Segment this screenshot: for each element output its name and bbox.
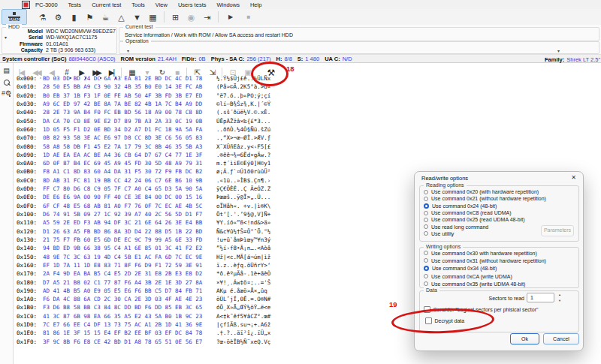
hex-row[interactable]: 0x0B0:F8 A1 C1 8D 83 60 A4 DA 31 F5 30 7… (14, 167, 337, 176)
radio-icon[interactable] (424, 274, 428, 278)
radio-option-use-command-0x21-without-hardware-repeti[interactable]: Use command 0x21 (without hardware repet… (420, 195, 578, 202)
close-icon[interactable]: ✕ (571, 174, 576, 181)
hex-row[interactable]: 0x050:DA CA 70 C0 8E 9E E2 D7 89 7B A3 2… (14, 117, 337, 125)
hex-row[interactable]: 0x0A0:6D 0F 87 B4 EC 69 45 A9 45 FD 30 5… (14, 159, 337, 167)
hex-row[interactable]: 0x030:A9 6C ED 97 42 BE 8A 7A BE 82 4B 1… (14, 100, 337, 108)
hex-row[interactable]: 0x120:D1 26 63 A5 FB BD 86 8A 3D D4 22 8… (14, 227, 337, 236)
diagnostics-icon[interactable]: ⚗ (35, 11, 50, 24)
menu-tools[interactable]: Tools (126, 2, 150, 8)
sectors-to-read-input[interactable]: 1 (527, 293, 554, 302)
hex-row[interactable]: 0x160:EF 1D 7A 11 1D E8 83 71 8F F6 D9 F… (14, 261, 337, 269)
filter-icon[interactable]: ▼ (129, 11, 145, 24)
menu-current-test[interactable]: Current test (86, 2, 126, 8)
radio-option-use-command-0x25-read-udma-48-bit-[interactable]: Use command 0x25 (read UDMA 48-bit) (420, 216, 578, 223)
radio-icon[interactable] (424, 190, 428, 194)
radio-option-use-command-0x31-without-hardware-repeti[interactable]: Use command 0x31 (without hardware repet… (420, 257, 578, 264)
radio-selected-icon[interactable] (424, 266, 429, 271)
radio-option-use-command-0x24-48-bit-[interactable]: Use command 0x24 (48-bit) (420, 203, 578, 209)
hex-row[interactable]: 0x1F0:3F 9C 8B F6 E8 CE 42 BD D1 A8 78 6… (14, 338, 337, 346)
hex-row[interactable]: 0x060:1D 05 F5 F1 D2 0E BD 34 D2 A7 D1 F… (14, 125, 337, 134)
radio-option-use-command-0xca-write-udma-[interactable]: Use command 0xCA (write UDMA) (420, 272, 578, 280)
ok-button[interactable]: Ok (510, 333, 539, 344)
stop-icon[interactable]: ■ (240, 11, 258, 24)
radio-option-use-command-0x35-write-udma-48-bit-[interactable]: Use command 0x35 (write UDMA 48-bit) (420, 280, 578, 287)
radio-option-label: Use command 0x25 (read UDMA 48-bit) (431, 217, 525, 222)
utility-settings-icon[interactable]: ⚙ (50, 11, 66, 24)
radio-icon[interactable] (424, 224, 428, 229)
menu-windows[interactable]: Windows (211, 2, 244, 8)
goto-sector-icon[interactable]: #⚙ (0, 89, 13, 97)
data-group-label: Data (424, 287, 439, 293)
radio-option-use-command-0x30-with-hardware-repetitio[interactable]: Use command 0x30 with hardware repetitio… (420, 249, 578, 257)
hex-row[interactable]: 0x170:2A F4 9D EA BA B5 C4 E5 2D 2E 31 E… (14, 269, 337, 278)
status-label: S: (297, 56, 304, 62)
hex-row[interactable]: 0x090:1D AE EA EA AC BE A4 36 CB 64 D7 6… (14, 151, 337, 159)
oscilloscope-icon[interactable]: △ (113, 11, 129, 24)
hex-row[interactable]: 0x1A0:F6 DA 4C 88 6A CD 2C 30 CA 2E 3D 0… (14, 295, 337, 303)
hex-dump[interactable]: 0x000:BD 03 DD BD 24 DC 6A A3 EA 81 2E B… (14, 74, 337, 346)
hex-row[interactable]: 0x100:D6 74 91 5B 09 27 1C 92 39 A7 40 2… (14, 210, 337, 218)
operation-dropdown-right-icon[interactable]: ▾ (557, 48, 560, 53)
radio-option-use-command-0x20-with-hardware-repetitio[interactable]: Use command 0x20 (with hardware repetiti… (420, 188, 578, 195)
parameters-button[interactable]: Parameters (541, 225, 574, 236)
hex-row[interactable]: 0x1C0:41 3C 87 6B 98 EA 66 35 A5 E2 43 5… (14, 312, 337, 320)
radio-icon[interactable] (424, 251, 428, 255)
menu-help[interactable]: Help (245, 2, 267, 8)
hex-row[interactable]: 0x010:28 50 E5 BB A9 C3 90 32 4B 35 B0 E… (14, 83, 337, 91)
hex-row[interactable]: 0x080:58 A8 58 DB F1 45 E2 7A 17 79 3C 8… (14, 143, 337, 151)
sectors-spinner[interactable]: ▲▼ (557, 293, 563, 302)
hex-row[interactable]: 0x1E0:81 86 1E 3F 15 15 E4 EF B2 EE BF 0… (14, 329, 337, 337)
hex-row[interactable]: 0x070:0B 82 93 58 3E AC E6 97 D8 CC 8D 3… (14, 134, 337, 142)
spinner-up-icon[interactable]: ▲ (557, 293, 563, 296)
menu-pc-3000[interactable]: PC-3000 (30, 2, 63, 8)
sata-port-button[interactable]: SATA0 (2, 9, 27, 25)
power-icon[interactable]: ▮ (66, 11, 82, 24)
hex-row[interactable]: 0x000:BD 03 DD BD 24 DC 6A A3 EA 81 2E B… (14, 74, 337, 83)
hex-row[interactable]: 0x150:48 9E 7C 3C 63 19 4D C4 5B E1 AC F… (14, 253, 337, 261)
radio-option-use-command-0x34-48-bit-[interactable]: Use command 0x34 (48-bit) (420, 265, 578, 272)
radio-icon[interactable] (424, 218, 428, 222)
checkbox-decrypt-data[interactable]: Decrypt data (425, 317, 464, 324)
spinner-down-icon[interactable]: ▼ (557, 299, 563, 302)
hex-side-toolbar: ▤#⚙ (0, 63, 14, 364)
table-icon[interactable]: ▦ (145, 11, 161, 24)
radio-icon[interactable] (424, 231, 428, 236)
hex-row[interactable]: 0x0E0:DE E6 E6 9A 00 90 FF 40 CE 3E 84 0… (14, 193, 337, 201)
hex-row[interactable]: 0x0F0:6F CF 48 E5 68 AB 81 A0 F7 76 0F 7… (14, 202, 337, 210)
report-icon[interactable]: ⚑ (82, 11, 98, 24)
menu-view[interactable]: View (150, 2, 173, 8)
disks-icon[interactable]: ◉ (183, 11, 199, 24)
menu-tests[interactable]: Tests (63, 2, 87, 8)
radio-icon[interactable] (424, 211, 428, 215)
radio-icon[interactable] (424, 281, 428, 286)
radio-option-use-command-0xc8-read-udma-[interactable]: Use command 0xC8 (read UDMA) (420, 209, 578, 216)
checkbox-icon[interactable] (425, 317, 432, 324)
hex-row[interactable]: 0x0D0:FF C7 80 D6 C8 C9 05 7F C7 A0 C4 6… (14, 185, 337, 193)
hex-row[interactable]: 0x140:94 BD ED 9B 66 38 95 C4 A1 6E 85 0… (14, 244, 337, 252)
sector-map-icon[interactable]: ▤ (0, 67, 13, 74)
checkbox-icon[interactable] (424, 306, 430, 313)
radio-icon[interactable] (424, 258, 428, 263)
hex-row[interactable]: 0x190:AD 41 4B B5 A0 E9 05 E5 E6 F6 BB C… (14, 287, 337, 295)
utility-icon[interactable]: ☕ (98, 11, 113, 24)
hex-row[interactable]: 0x040:28 2E 73 9A B4 F0 FC EB BD 56 18 A… (14, 108, 337, 116)
hex-row[interactable]: 0x180:D7 A5 21 B8 02 C1 77 87 F6 A4 3B 2… (14, 278, 337, 287)
search-icon[interactable] (4, 80, 10, 86)
radio-icon[interactable] (424, 197, 428, 201)
hex-row[interactable]: 0x130:21 75 F7 FB 60 E5 6D DE EC 9C 79 9… (14, 236, 337, 244)
hex-row[interactable]: 0x1B0:F3 D6 B8 58 BB C3 84 8C DD BD F6 D… (14, 303, 337, 311)
radio-selected-icon[interactable] (424, 203, 429, 209)
hex-row[interactable]: 0x110:A5 59 2E ED F3 AB 94 DF 3C 21 6E 6… (14, 218, 337, 227)
windows-cascade-icon[interactable]: ⊞ (168, 11, 183, 24)
hex-row[interactable]: 0x020:B0 EB 37 1B F3 1F 0E FE AB 50 4F 3… (14, 92, 337, 100)
hex-row[interactable]: 0x0C0:8D AB 31 FC 81 19 BB CC 42 24 06 C… (14, 176, 337, 185)
checkbox-consider-logical-sectors-per-p[interactable]: Consider "Logical sectors per phisical s… (424, 306, 538, 313)
pc3000-window: { "menu": { "items": ["PC-3000", "Tests"… (0, 0, 601, 364)
exit-icon[interactable]: ⇥ (199, 11, 215, 24)
hex-row[interactable]: 0x1D0:7C E7 66 EE C4 DF 13 73 75 AC A1 2… (14, 320, 337, 329)
operation-dropdown-icon[interactable]: ▾ (127, 48, 129, 53)
run-icon[interactable]: ▶ (222, 11, 240, 24)
menu-users-tests[interactable]: Users tests (173, 2, 212, 8)
cancel-button[interactable]: Cancel (543, 333, 579, 344)
hex-row-address: 0x0D0: (17, 185, 37, 193)
